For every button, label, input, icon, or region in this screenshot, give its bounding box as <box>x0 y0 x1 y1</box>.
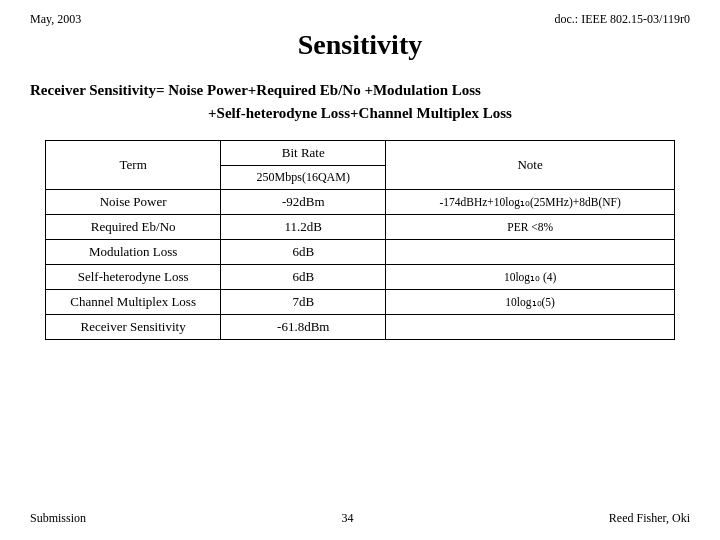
cell-bitrate-4: 7dB <box>221 290 386 315</box>
header-right: doc.: IEEE 802.15-03/119r0 <box>554 12 690 27</box>
sensitivity-table: Term Bit Rate Note 250Mbps(16QAM) Noise … <box>45 140 675 340</box>
cell-term-3: Self-heterodyne Loss <box>46 265 221 290</box>
footer-row: Submission 34 Reed Fisher, Oki <box>30 511 690 530</box>
table-row: Modulation Loss6dB <box>46 240 675 265</box>
cell-term-5: Receiver Sensitivity <box>46 315 221 340</box>
cell-note-4: 10log₁₀(5) <box>386 290 675 315</box>
cell-term-0: Noise Power <box>46 190 221 215</box>
cell-note-3: 10log₁₀ (4) <box>386 265 675 290</box>
formula-line2: +Self-heterodyne Loss+Channel Multiplex … <box>30 102 690 125</box>
col-header-term: Term <box>46 141 221 190</box>
formula-block: Receiver Sensitivity= Noise Power+Requir… <box>30 79 690 124</box>
footer-center: 34 <box>86 511 609 526</box>
page-title: Sensitivity <box>30 29 690 61</box>
cell-term-4: Channel Multiplex Loss <box>46 290 221 315</box>
footer-left: Submission <box>30 511 86 526</box>
cell-term-2: Modulation Loss <box>46 240 221 265</box>
col-header-bitrate: Bit Rate <box>221 141 386 166</box>
cell-note-2 <box>386 240 675 265</box>
cell-bitrate-2: 6dB <box>221 240 386 265</box>
table-wrapper: Term Bit Rate Note 250Mbps(16QAM) Noise … <box>45 140 675 340</box>
header-row: May, 2003 doc.: IEEE 802.15-03/119r0 <box>30 12 690 27</box>
cell-bitrate-5: -61.8dBm <box>221 315 386 340</box>
formula-line1: Receiver Sensitivity= Noise Power+Requir… <box>30 79 690 102</box>
cell-note-1: PER <8% <box>386 215 675 240</box>
cell-bitrate-0: -92dBm <box>221 190 386 215</box>
table-row: Required Eb/No11.2dBPER <8% <box>46 215 675 240</box>
table-row: Noise Power-92dBm-174dBHz+10log₁₀(25MHz)… <box>46 190 675 215</box>
table-row: Channel Multiplex Loss7dB10log₁₀(5) <box>46 290 675 315</box>
footer-right: Reed Fisher, Oki <box>609 511 690 526</box>
cell-bitrate-3: 6dB <box>221 265 386 290</box>
cell-bitrate-1: 11.2dB <box>221 215 386 240</box>
col-header-note: Note <box>386 141 675 190</box>
table-row: Self-heterodyne Loss6dB10log₁₀ (4) <box>46 265 675 290</box>
cell-note-0: -174dBHz+10log₁₀(25MHz)+8dB(NF) <box>386 190 675 215</box>
cell-note-5 <box>386 315 675 340</box>
table-row: Receiver Sensitivity-61.8dBm <box>46 315 675 340</box>
header-left: May, 2003 <box>30 12 81 27</box>
col-subheader-bitrate: 250Mbps(16QAM) <box>221 166 386 190</box>
cell-term-1: Required Eb/No <box>46 215 221 240</box>
page: May, 2003 doc.: IEEE 802.15-03/119r0 Sen… <box>0 0 720 540</box>
